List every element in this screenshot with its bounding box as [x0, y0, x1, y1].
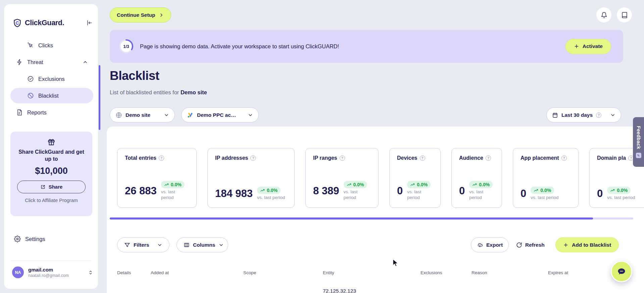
lightning-icon: [16, 59, 23, 65]
sidebar-item-blacklist[interactable]: Blacklist: [10, 88, 93, 103]
refresh-label: Refresh: [525, 242, 545, 248]
trend-up-icon: [534, 188, 539, 193]
stat-card-ip-ranges: IP ranges? 8 389 0.0% vs. last period: [305, 148, 379, 208]
stat-comparison: vs. last period: [607, 195, 635, 201]
sidebar-item-settings[interactable]: Settings: [14, 236, 45, 242]
help-icon[interactable]: ?: [596, 112, 601, 118]
trend-up-icon: [164, 182, 169, 187]
trend-badge: 0.0%: [469, 181, 493, 188]
share-button[interactable]: Share: [17, 181, 86, 193]
sidebar-collapse-icon[interactable]: [86, 19, 93, 26]
help-icon[interactable]: ?: [159, 155, 164, 161]
trend-value: 0.0%: [267, 188, 278, 193]
account-switcher[interactable]: NA gmail.com naatali.ro@gmail.com: [12, 266, 93, 278]
funnel-icon: [124, 242, 130, 248]
promo-amount: $10,000: [35, 166, 68, 176]
refresh-button[interactable]: Refresh: [516, 237, 545, 252]
sidebar-item-label: Threat: [27, 59, 43, 65]
share-label: Share: [49, 184, 63, 190]
help-icon[interactable]: ?: [486, 155, 491, 161]
affiliate-link[interactable]: Click to Affiliate Program: [25, 198, 78, 203]
feedback-label: Feedback: [636, 126, 641, 149]
stat-card-app-placement: App placement? 0 0.0% vs. last period: [513, 148, 579, 208]
trend-up-icon: [260, 188, 265, 193]
continue-setup-button[interactable]: Continue Setup: [110, 7, 171, 22]
column-header-scope: Scope: [243, 270, 323, 275]
help-icon[interactable]: ?: [561, 155, 567, 161]
subtitle-text: List of blacklisted entities for: [110, 89, 181, 95]
stats-cards-row: Total entries? 26 883 0.0% vs. last peri…: [117, 148, 644, 208]
cursor-click-icon: [27, 42, 34, 49]
external-link-icon: [40, 184, 46, 190]
docs-button[interactable]: [617, 7, 632, 22]
help-icon[interactable]: ?: [340, 155, 345, 161]
export-label: Export: [486, 242, 503, 248]
sidebar-item-exclusions[interactable]: Exclusions: [10, 71, 93, 87]
export-button[interactable]: Export: [471, 237, 509, 252]
site-selector[interactable]: Demo site: [110, 107, 175, 123]
trend-up-icon: [410, 182, 415, 187]
columns-label: Columns: [193, 242, 215, 248]
stat-card-ip-addresses: IP addresses? 184 983 0.0% vs. last peri…: [207, 148, 295, 208]
chevron-updown-icon[interactable]: [88, 270, 93, 275]
trend-up-icon: [472, 182, 477, 187]
trend-value: 0.0%: [417, 182, 428, 187]
trend-value: 0.0%: [540, 188, 551, 193]
table-row[interactable]: 72.125.32.123: [117, 288, 633, 293]
add-to-blacklist-button[interactable]: Add to Blacklist: [555, 237, 619, 252]
sidebar-item-reports[interactable]: Reports: [10, 105, 93, 120]
chevron-down-icon: [157, 242, 162, 248]
logo: ClickGuard.: [13, 17, 93, 28]
stat-label: Devices: [397, 155, 417, 161]
column-header-reason: Reason: [472, 270, 548, 275]
stat-label: Domain pla: [597, 155, 626, 161]
stat-comparison: vs. last period: [407, 189, 433, 201]
filters-button[interactable]: Filters: [117, 237, 169, 252]
stat-label: Total entries: [125, 155, 156, 161]
sidebar-item-threat[interactable]: Threat: [10, 54, 93, 70]
account-name: gmail.com: [28, 267, 69, 273]
activate-label: Activate: [583, 43, 603, 49]
help-icon[interactable]: ?: [250, 155, 256, 161]
cell-entity: 72.125.32.123: [323, 288, 420, 293]
feedback-tab[interactable]: Feedback ✎: [633, 117, 644, 167]
sidebar-scrollbar-thumb[interactable]: [99, 65, 100, 130]
stat-label: Audience: [459, 155, 483, 161]
stat-comparison: vs. last period: [531, 195, 558, 201]
calendar-icon: [552, 112, 558, 118]
stat-comparison: vs. last period: [469, 189, 494, 201]
globe-icon: [115, 112, 122, 118]
app-root: { "brand": { "name": "ClickGuard." }, "c…: [0, 0, 644, 293]
chevron-up-icon[interactable]: [83, 59, 88, 65]
notifications-button[interactable]: [596, 7, 611, 22]
activate-button[interactable]: Activate: [565, 39, 611, 54]
page-title: Blacklist: [110, 69, 159, 83]
sidebar-item-clicks[interactable]: Clicks: [10, 38, 93, 53]
sidebar-item-label: Exclusions: [38, 76, 65, 82]
stat-value: 0: [397, 185, 403, 197]
clickguard-logo-icon: [13, 18, 22, 28]
ppc-account-selector[interactable]: Demo PPC ac…: [181, 107, 259, 123]
book-icon: [621, 12, 628, 18]
stat-value: 26 883: [125, 185, 157, 197]
sidebar-item-label: Clicks: [38, 42, 53, 49]
chat-launcher-button[interactable]: [611, 261, 632, 282]
avatar: NA: [12, 266, 24, 278]
chevron-down-icon: [248, 112, 253, 118]
stat-value: 0: [597, 188, 603, 200]
trend-value: 0.0%: [479, 182, 490, 187]
help-icon[interactable]: ?: [420, 155, 425, 161]
trend-badge: 0.0%: [161, 181, 185, 188]
trend-badge: 0.0%: [257, 187, 281, 194]
column-header-exclusions: Exclusions: [420, 270, 472, 275]
trend-badge: 0.0%: [407, 181, 431, 188]
date-range-selector[interactable]: Last 30 days ?: [546, 107, 621, 123]
feedback-icon: ✎: [636, 153, 641, 158]
trend-badge: 0.0%: [531, 187, 554, 194]
bell-icon: [601, 12, 607, 18]
cards-scrollbar-thumb[interactable]: [110, 217, 593, 219]
plus-icon: [563, 242, 568, 248]
document-icon: [16, 109, 23, 116]
chevron-down-icon: [218, 242, 224, 248]
columns-button[interactable]: Columns: [177, 237, 228, 252]
